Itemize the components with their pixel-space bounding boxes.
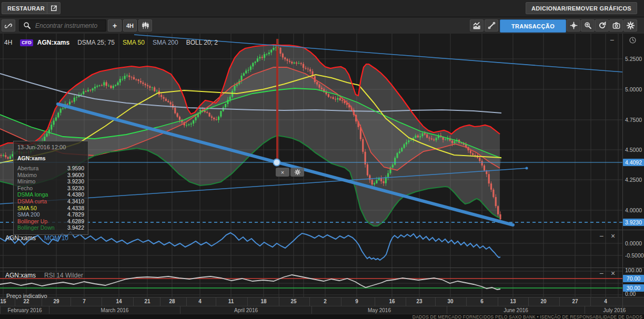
clock-icon[interactable] (629, 36, 637, 44)
tooltip-row: Bollinger Up4.6289 (17, 218, 84, 225)
legend-boll[interactable]: BOLL 20; 2 (186, 39, 218, 46)
mom-symbol: AGN:xams (5, 234, 36, 242)
mom-minimize-button[interactable]: − (597, 233, 606, 240)
restore-button[interactable]: RESTAURAR (2, 2, 51, 14)
price-axis-separator (622, 34, 623, 313)
tooltip-row: DSMA curta4.3410 (17, 198, 84, 205)
tooltip-datetime: 13-Jun-2016 12:00 (17, 144, 84, 150)
indicative-price-label: Preço indicativo (6, 293, 47, 299)
price-tick: 4.5000 (625, 147, 642, 153)
day-tick: 4 (198, 299, 202, 304)
chart-style-button[interactable] (470, 19, 484, 32)
day-tick: 14 (116, 299, 122, 304)
main-minimize-button[interactable]: − (608, 37, 616, 44)
main-chart-panel[interactable] (0, 34, 644, 230)
day-tick: 18 (260, 299, 266, 304)
day-tick: 23 (416, 299, 422, 304)
rsi-tick: 100.00 (625, 267, 642, 273)
gear-icon (295, 169, 300, 175)
day-tick: 9 (355, 299, 358, 304)
x-axis-days[interactable]: 152229714212841118252916233061320274 (0, 297, 644, 306)
mom-tick: -0.5000 (625, 252, 644, 259)
rsi-badge: 70.00 (623, 275, 644, 282)
day-tick: 15 (0, 299, 6, 304)
mom-indicator[interactable]: MOM 10 (44, 234, 68, 242)
rsi-indicator[interactable]: RSI 14 Wilder (44, 272, 83, 279)
search-input[interactable] (34, 22, 105, 30)
price-badge: 3.9230 (623, 219, 644, 226)
month-cell: May 2016 (311, 306, 447, 314)
crosshair-button[interactable] (567, 19, 580, 32)
annotation-delete-button[interactable]: × (276, 168, 289, 177)
price-badge: 4.4092 (623, 159, 644, 166)
price-tick: 5.2500 (625, 56, 642, 62)
settings-button[interactable] (623, 19, 637, 32)
legend-sma200[interactable]: SMA 200 (153, 39, 178, 46)
trendline-handle[interactable] (274, 159, 280, 166)
rsi-label: AGN:xams RSI 14 Wilder (5, 272, 83, 279)
main-chart-canvas[interactable] (0, 34, 644, 230)
mom-label: AGN:xams MOM 10 (5, 234, 68, 242)
annotation-buttons: × (276, 168, 304, 177)
annotation-settings-button[interactable] (290, 168, 304, 177)
rsi-canvas (0, 268, 644, 297)
day-tick: 6 (480, 299, 484, 304)
chart-type-button[interactable] (138, 19, 152, 32)
zoom-in-button[interactable] (581, 19, 595, 32)
popout-button[interactable] (47, 2, 61, 14)
day-tick: 2 (324, 299, 327, 304)
x-axis-months[interactable]: February 2016March 2016April 2016May 201… (0, 306, 644, 314)
tooltip-row: Máximo3.9600 (17, 172, 84, 179)
rsi-panel[interactable] (0, 267, 644, 297)
link-icon (5, 22, 13, 29)
rsi-badge: 30.00 (623, 284, 644, 292)
screenshot-button[interactable] (609, 19, 623, 32)
top-bar: RESTAURAR ADICIONAR/REMOVER GRÁFICOS (0, 0, 644, 17)
data-disclaimer: DADOS DE MERCADO FORNECIDOS PELO SAXO BA… (412, 314, 642, 319)
day-tick: 4 (604, 299, 607, 304)
rsi-close-button[interactable]: × (609, 270, 617, 277)
month-cell: March 2016 (49, 306, 180, 314)
gear-icon (627, 22, 635, 29)
link-button[interactable] (2, 19, 15, 32)
crosshair-icon (570, 22, 578, 29)
day-tick: 27 (572, 299, 578, 304)
ohlc-tooltip: 13-Jun-2016 12:00 AGN:xams Abertura3.959… (13, 141, 88, 235)
instrument-search[interactable] (19, 19, 106, 32)
tooltip-row: Bollinger Down3.9422 (17, 224, 84, 231)
day-tick: 30 (447, 299, 453, 304)
day-tick: 7 (83, 299, 86, 304)
day-tick: 20 (540, 299, 546, 304)
mom-close-button[interactable]: × (609, 233, 617, 240)
tooltip-row: SMA 504.4338 (17, 205, 84, 212)
popout-icon (50, 4, 58, 12)
legend-sma50[interactable]: SMA 50 (123, 39, 145, 46)
rsi-symbol: AGN:xams (5, 272, 36, 279)
mom-canvas (0, 230, 644, 267)
refresh-icon (598, 22, 606, 29)
add-chart-button[interactable]: + (108, 19, 122, 32)
bottom-bar: DADOS DE MERCADO FORNECIDOS PELO SAXO BA… (0, 314, 644, 319)
draw-trendline-button[interactable] (485, 19, 498, 32)
tooltip-row: DSMA longa4.4380 (17, 191, 84, 198)
price-tick: 4.7500 (625, 117, 642, 123)
zoom-in-icon (584, 22, 592, 29)
rsi-minimize-button[interactable]: − (597, 270, 606, 277)
candlestick-icon (142, 22, 149, 29)
refresh-button[interactable] (595, 19, 609, 32)
mom-tick: 0.0000 (625, 240, 642, 246)
interval-button[interactable]: 4H (123, 19, 137, 32)
legend-interval: 4H (4, 39, 12, 46)
month-cell: February 2016 (0, 306, 49, 314)
tooltip-row: Abertura3.9590 (17, 165, 84, 172)
trade-button[interactable]: TRANSACÇÃO (500, 19, 566, 33)
price-tick: 4.2500 (625, 177, 642, 183)
mom-panel[interactable] (0, 230, 644, 268)
legend-symbol: AGN:xams (37, 39, 69, 46)
month-cell: June 2016 (447, 306, 585, 314)
day-tick: 22 (23, 299, 29, 304)
add-remove-charts-button[interactable]: ADICIONAR/REMOVER GRÁFICOS (526, 2, 637, 14)
tooltip-row: SMA 2004.7829 (17, 211, 84, 218)
legend-dsma[interactable]: DSMA 25; 75 (77, 39, 115, 46)
search-icon (23, 22, 31, 29)
